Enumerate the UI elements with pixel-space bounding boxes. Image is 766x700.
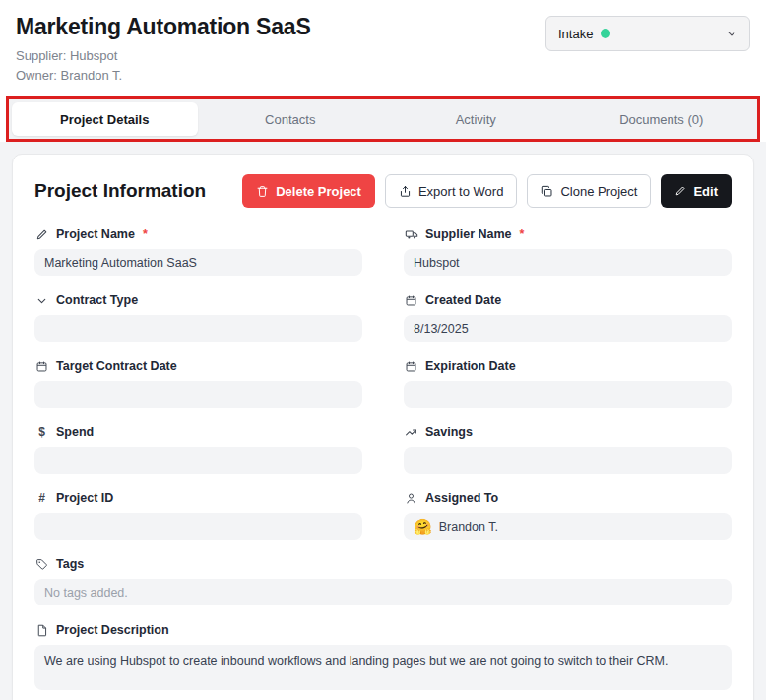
field-project-name: Project Name * Marketing Automation SaaS (34, 227, 362, 276)
export-to-word-button[interactable]: Export to Word (385, 174, 517, 208)
field-label: Savings (425, 425, 473, 439)
field-target-contract-date: Target Contract Date (34, 359, 362, 408)
spend-input[interactable] (34, 447, 362, 474)
project-form-grid: Project Name * Marketing Automation SaaS… (34, 227, 732, 690)
field-contract-type: Contract Type (34, 293, 362, 342)
pencil-icon (34, 228, 49, 241)
chevron-down-icon (726, 28, 737, 39)
project-id-input[interactable] (34, 513, 362, 540)
delete-project-label: Delete Project (276, 184, 361, 199)
trash-icon (256, 185, 269, 198)
tag-icon (34, 558, 49, 571)
tab-project-details[interactable]: Project Details (12, 102, 198, 136)
field-label-row: $ Spend (34, 425, 362, 439)
chevron-down-icon (34, 294, 49, 307)
trending-up-icon (404, 426, 418, 439)
tags-input[interactable]: No tags added. (34, 579, 732, 605)
expiration-date-input[interactable] (404, 381, 732, 408)
export-icon (399, 185, 412, 198)
clone-project-button[interactable]: Clone Project (527, 174, 651, 208)
supplier-line: Supplier: Hubspot (16, 48, 311, 63)
tab-documents[interactable]: Documents (0) (569, 102, 755, 136)
assignee-name: Brandon T. (439, 520, 498, 534)
savings-input[interactable] (404, 447, 732, 474)
project-information-card: Project Information Delete Project Expor… (12, 154, 754, 700)
project-description-input[interactable]: We are using Hubspot to create inbound w… (34, 645, 732, 690)
field-label: Supplier Name (425, 227, 512, 241)
field-tags: Tags No tags added. (34, 557, 732, 605)
field-label: Assigned To (425, 491, 498, 505)
assigned-to-input[interactable]: 🤗 Brandon T. (404, 513, 732, 540)
card-actions: Delete Project Export to Word Clone Proj… (242, 174, 732, 208)
field-label-row: Supplier Name * (404, 227, 732, 241)
stage-status-dot (601, 29, 610, 38)
delete-project-button[interactable]: Delete Project (242, 174, 375, 208)
owner-line: Owner: Brandon T. (16, 68, 311, 83)
created-date-input[interactable]: 8/13/2025 (404, 315, 732, 342)
calendar-icon (404, 360, 418, 373)
title-block: Marketing Automation SaaS Supplier: Hubs… (16, 14, 311, 83)
page-header: Marketing Automation SaaS Supplier: Hubs… (0, 0, 766, 89)
copy-icon (541, 185, 553, 198)
assignee-avatar: 🤗 (414, 519, 432, 534)
field-expiration-date: Expiration Date (404, 359, 732, 408)
field-supplier-name: Supplier Name * Hubspot (404, 227, 732, 276)
field-label-row: Contract Type (34, 293, 362, 307)
field-label-row: Created Date (404, 293, 732, 307)
contract-type-input[interactable] (34, 315, 362, 342)
field-created-date: Created Date 8/13/2025 (404, 293, 732, 342)
page-content: Project Information Delete Project Expor… (0, 142, 766, 700)
field-label-row: Savings (404, 425, 732, 439)
person-icon (404, 492, 418, 505)
tab-bar: Project Details Contacts Activity Docume… (9, 99, 757, 139)
field-project-description: Project Description We are using Hubspot… (34, 623, 732, 690)
field-label: Spend (56, 425, 94, 439)
field-savings: Savings (404, 425, 732, 474)
field-label-row: Project Description (34, 623, 732, 637)
field-assigned-to: Assigned To 🤗 Brandon T. (404, 491, 732, 540)
export-to-word-label: Export to Word (418, 184, 503, 199)
pencil-icon (674, 185, 686, 197)
field-label-row: Project Name * (34, 227, 362, 241)
field-label-row: Tags (34, 557, 732, 571)
truck-icon (404, 227, 418, 241)
field-label-row: Expiration Date (404, 359, 732, 373)
page-title: Marketing Automation SaaS (16, 14, 311, 40)
tab-activity[interactable]: Activity (383, 102, 569, 136)
target-contract-date-input[interactable] (34, 381, 362, 408)
field-spend: $ Spend (34, 425, 362, 474)
tab-contacts[interactable]: Contacts (198, 102, 384, 136)
supplier-name-input[interactable]: Hubspot (404, 249, 732, 276)
edit-button[interactable]: Edit (661, 174, 732, 208)
document-icon (34, 624, 49, 637)
hash-icon: # (34, 491, 49, 505)
stage-select[interactable]: Intake (545, 16, 750, 51)
stage-select-value: Intake (558, 27, 593, 41)
field-project-id: # Project ID (34, 491, 362, 540)
field-label: Expiration Date (425, 359, 516, 373)
field-label-row: Target Contract Date (34, 359, 362, 373)
clone-project-label: Clone Project (560, 184, 637, 199)
card-title: Project Information (34, 180, 206, 202)
annotation-highlight-box: Project Details Contacts Activity Docume… (6, 96, 760, 142)
field-label: Contract Type (56, 293, 138, 307)
field-label: Created Date (425, 293, 501, 307)
field-label-row: Assigned To (404, 491, 732, 505)
edit-label: Edit (693, 184, 718, 199)
calendar-icon (404, 294, 418, 307)
field-label-row: # Project ID (34, 491, 362, 505)
field-label: Project ID (56, 491, 113, 505)
calendar-icon (34, 360, 49, 373)
field-label: Project Description (56, 623, 169, 637)
project-name-input[interactable]: Marketing Automation SaaS (34, 249, 362, 276)
field-label: Project Name (56, 227, 135, 241)
field-label: Target Contract Date (56, 359, 177, 373)
field-label: Tags (56, 557, 84, 571)
required-asterisk: * (520, 227, 525, 241)
dollar-icon: $ (34, 425, 49, 439)
required-asterisk: * (143, 227, 148, 241)
card-header: Project Information Delete Project Expor… (34, 174, 732, 208)
